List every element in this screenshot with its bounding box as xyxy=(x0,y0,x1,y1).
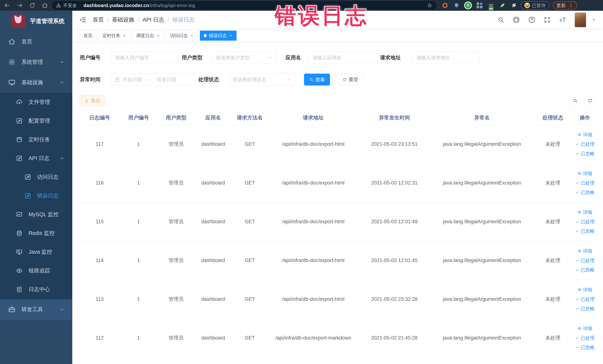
sidebar-item-首页[interactable]: 首页 xyxy=(0,32,72,52)
request-url-label: 请求地址 xyxy=(380,54,410,61)
action-已处理[interactable]: 已处理 xyxy=(575,219,595,225)
extension-leaf-icon[interactable] xyxy=(499,2,506,9)
action-已处理[interactable]: 已处理 xyxy=(575,257,595,263)
tab-错误日志[interactable]: 错误日志 xyxy=(200,31,237,41)
user-id-input[interactable] xyxy=(111,51,178,64)
tab-调度日志[interactable]: 调度日志 xyxy=(132,31,164,41)
font-size-icon[interactable] xyxy=(559,16,566,23)
header-search-icon[interactable] xyxy=(497,16,504,23)
tab-close-icon[interactable] xyxy=(190,34,194,37)
reload-icon[interactable] xyxy=(29,2,36,9)
extension-grid-icon[interactable] xyxy=(476,2,483,9)
sidebar-item-基础设施[interactable]: 基础设施 xyxy=(0,72,72,93)
cell-user_id: 1 xyxy=(120,202,158,241)
fullscreen-icon[interactable] xyxy=(544,16,551,23)
action-详细[interactable]: 详细 xyxy=(577,209,592,215)
action-详细[interactable]: 详细 xyxy=(577,325,592,331)
extension-orange-icon[interactable] xyxy=(442,2,448,9)
forward-icon[interactable] xyxy=(16,2,23,9)
gear-icon xyxy=(8,59,16,66)
extension-shield-icon[interactable] xyxy=(453,2,460,9)
tab-定时任务[interactable]: 定时任务 xyxy=(99,31,130,41)
kebab-menu-icon[interactable] xyxy=(568,3,574,8)
sidebar-item-Redis 监控[interactable]: Redis 监控 xyxy=(0,224,72,243)
extension-onoff-icon[interactable]: off xyxy=(488,2,494,9)
action-已忽略[interactable]: 已忽略 xyxy=(575,151,595,157)
request-url-input[interactable] xyxy=(412,51,479,64)
back-icon[interactable] xyxy=(3,2,11,9)
breadcrumb-item[interactable]: 首页 xyxy=(93,16,104,23)
app-logo[interactable]: 芋道管理系统 xyxy=(0,11,72,32)
avatar-caret-icon[interactable] xyxy=(591,17,597,23)
tab-label: 调度日志 xyxy=(136,33,154,39)
sidebar-item-错误日志[interactable]: 错误日志 xyxy=(0,186,72,205)
tab-close-icon[interactable] xyxy=(123,34,126,37)
toggle-search-button[interactable] xyxy=(570,95,581,106)
extensions-puzzle-icon[interactable] xyxy=(511,2,517,9)
bookmark-star-icon[interactable] xyxy=(427,3,432,8)
tab-首页[interactable]: 首页 xyxy=(80,31,96,41)
address-bar[interactable]: 不安全 dashboard.yudao.iocoder.cn /infra/lo… xyxy=(52,1,437,10)
sidebar-item-配置管理[interactable]: 配置管理 xyxy=(0,111,72,130)
cell-url: /api/infra/db-doc/export-html xyxy=(268,202,359,241)
breadcrumb-item[interactable]: API 日志 xyxy=(142,16,164,23)
home-icon xyxy=(8,38,16,46)
extension-green-icon[interactable]: Y xyxy=(465,2,471,9)
action-详细[interactable]: 详细 xyxy=(577,248,592,254)
process-status-select[interactable]: 请选择处理状态 xyxy=(229,73,295,86)
action-已忽略[interactable]: 已忽略 xyxy=(575,189,595,195)
cell-status: 未处理 xyxy=(534,202,572,241)
refresh-table-button[interactable] xyxy=(584,95,596,106)
action-详细[interactable]: 详细 xyxy=(577,287,592,293)
sidebar-item-研发工具[interactable]: 研发工具 xyxy=(0,299,72,320)
paused-badge[interactable]: 已暂停 xyxy=(521,1,549,10)
github-icon[interactable] xyxy=(512,16,520,23)
sidebar-fold-icon[interactable] xyxy=(79,16,86,23)
browser-home-icon[interactable] xyxy=(41,2,48,9)
action-详细[interactable]: 详细 xyxy=(577,170,592,176)
cell-method: GET xyxy=(232,125,268,164)
sidebar-item-定时任务[interactable]: 定时任务 xyxy=(0,130,72,149)
sidebar-item-Java 监控[interactable]: Java 监控 xyxy=(0,243,72,261)
action-已忽略[interactable]: 已忽略 xyxy=(575,267,595,273)
content: 用户编号 用户类型 请选择用户类型 应用名 请求地址 异常时间 xyxy=(72,42,603,364)
sidebar-item-链路追踪[interactable]: 链路追踪 xyxy=(0,261,72,280)
action-已忽略[interactable]: 已忽略 xyxy=(575,228,595,234)
search-button[interactable]: 搜索 xyxy=(304,74,330,85)
exception-time-range[interactable]: 开始日期 - 结束日期 xyxy=(111,73,195,86)
check-icon xyxy=(575,268,579,272)
security-label[interactable]: 不安全 xyxy=(63,2,77,9)
avatar[interactable] xyxy=(574,12,586,27)
column-header-应用名: 应用名 xyxy=(195,111,232,125)
breadcrumb-item[interactable]: 基础设施 xyxy=(112,16,134,23)
check-icon xyxy=(575,152,579,156)
help-icon[interactable] xyxy=(528,16,535,23)
reset-button[interactable]: 重置 xyxy=(337,74,363,85)
cell-status: 未处理 xyxy=(534,318,572,357)
cell-id: 115 xyxy=(80,202,120,241)
sidebar-item-MySQL 监控[interactable]: MySQL 监控 xyxy=(0,205,72,224)
sidebar-item-访问日志[interactable]: 访问日志 xyxy=(0,168,72,186)
cell-user_type: 管理员 xyxy=(158,280,195,318)
action-已处理[interactable]: 已处理 xyxy=(575,335,595,341)
action-已忽略[interactable]: 已忽略 xyxy=(575,305,595,312)
user-type-select[interactable]: 请选择用户类型 xyxy=(212,51,276,64)
action-已处理[interactable]: 已处理 xyxy=(575,296,595,302)
action-详细[interactable]: 详细 xyxy=(577,132,592,138)
action-已处理[interactable]: 已处理 xyxy=(575,180,595,186)
sidebar-item-日志中心[interactable]: 日志中心 xyxy=(0,280,72,299)
update-button[interactable]: 更新 xyxy=(553,1,577,10)
tab-close-icon[interactable] xyxy=(156,34,160,37)
tab-close-icon[interactable] xyxy=(229,34,233,37)
sidebar-item-文件管理[interactable]: 文件管理 xyxy=(0,93,72,111)
cell-status: 未处理 xyxy=(534,241,572,280)
action-已忽略[interactable]: 已忽略 xyxy=(575,344,595,351)
sidebar-item-系统管理[interactable]: 系统管理 xyxy=(0,52,72,72)
cell-id: 113 xyxy=(80,280,120,318)
sidebar-item-API 日志[interactable]: API 日志 xyxy=(0,149,72,168)
tab-访问日志[interactable]: 访问日志 xyxy=(166,31,197,41)
app-name-input[interactable] xyxy=(309,51,377,64)
export-button[interactable]: 导出 xyxy=(80,95,105,106)
cell-exception: java.lang.IllegalArgumentException xyxy=(430,241,534,280)
action-已处理[interactable]: 已处理 xyxy=(575,141,595,147)
